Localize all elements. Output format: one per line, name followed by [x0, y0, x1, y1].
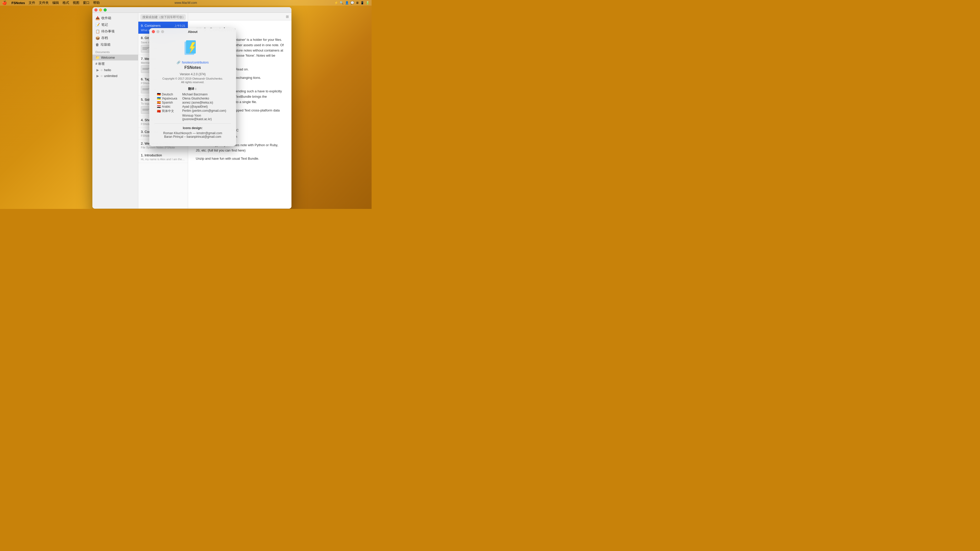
menubar-icon-user[interactable]: 👤 — [345, 1, 349, 5]
sidebar-label-welcome: Welcome — [101, 56, 115, 59]
menu-file[interactable]: 文件 — [29, 0, 35, 5]
sidebar-item-tags[interactable]: # 标签 — [92, 60, 138, 67]
translation-lang-empty — [157, 114, 177, 121]
sidebar-item-notes[interactable]: 📝 笔记 — [92, 21, 138, 28]
note-preview: Hi, my name is Alex and I am the author — [141, 158, 185, 161]
translation-person-arabic: Ayad (@ayad0net) — [182, 105, 228, 108]
sidebar-item-todo[interactable]: 📋 待办事项 — [92, 28, 138, 35]
note-meta: 9. Containers 上午3:21 — [141, 24, 185, 28]
window-minimize-button[interactable] — [99, 8, 102, 11]
about-version: Version 4.2.0 (374) — [154, 73, 231, 76]
translation-person-deutsch: Michael Barzmann — [182, 93, 228, 96]
apple-menu[interactable]: 🍎 — [2, 0, 7, 5]
about-max-button[interactable] — [161, 30, 164, 33]
sidebar-item-hello[interactable]: ▶ ○ hello — [92, 67, 138, 73]
window-close-button[interactable] — [94, 8, 97, 11]
about-translations-title: 翻译： — [154, 87, 231, 91]
about-copyright-2: All rights reserved. — [154, 81, 231, 84]
menubar-right-icons: ⚡ 🔍 👤 💬 🖥 📱 🔋 — [334, 0, 369, 6]
flag-eg: 🇪🇬 — [157, 105, 161, 108]
flag-de: 🇩🇪 — [157, 93, 161, 96]
sidebar-item-archive[interactable]: 📦 存档 — [92, 35, 138, 41]
window-titlebar — [92, 7, 291, 13]
sidebar-label-hello: hello — [104, 68, 111, 72]
flag-ua: 🇺🇦 — [157, 97, 161, 100]
sidebar-documents-section: Documents — [92, 48, 138, 55]
about-translations: 🇩🇪 Deutsch Michael Barzmann 🇺🇦 Українськ… — [157, 93, 228, 121]
flag-es: 🇪🇸 — [157, 101, 161, 104]
translation-person-cn: Pertim (pertim.com@gmail.com) — [182, 109, 228, 113]
app-name-menu[interactable]: FSNotes — [11, 1, 25, 5]
menu-edit[interactable]: 编辑 — [52, 0, 59, 5]
menubar-battery: 🔋 — [366, 1, 369, 5]
note-title: 9. Containers — [141, 24, 161, 27]
content-final-paragraph-2: Unzip and have fun with usual Text Bundl… — [196, 156, 284, 162]
about-icon-designer-1: Roman Kliuchkovych — kmstrr@gmail.com — [154, 131, 231, 135]
about-close-button[interactable] — [152, 30, 155, 33]
note-date: 上午3:21 — [174, 24, 185, 28]
about-app-name: FSNotes — [154, 65, 231, 70]
archive-icon: 📦 — [95, 36, 100, 40]
translation-person-spanish: aonez (aone@keka.io) — [182, 101, 228, 104]
menu-folder[interactable]: 文件夹 — [39, 0, 49, 5]
note-item[interactable]: 1. Introduction Hi, my name is Alex and … — [138, 151, 188, 163]
sidebar-label-archive: 存档 — [101, 36, 108, 40]
menu-help[interactable]: 帮助 — [93, 0, 100, 5]
about-icon-designer-2: Baran Pirinçal – baranpirincal@gmail.com — [154, 135, 231, 138]
folder-icon: 📁 — [95, 56, 100, 59]
menu-view[interactable]: 视图 — [73, 0, 80, 5]
menu-window[interactable]: 窗口 — [83, 0, 89, 5]
translation-lang-cn: 🇨🇳 简体中文 — [157, 109, 177, 113]
sidebar-item-trash[interactable]: 🗑 垃圾箱 — [92, 41, 138, 48]
translation-person-ua: Olena Glushchenko — [182, 97, 228, 100]
window-maximize-button[interactable] — [103, 8, 107, 11]
sidebar-label-unlimited: unlimited — [104, 74, 118, 78]
translation-lang-arabic: 🇪🇬 Arabic — [157, 105, 177, 108]
about-icons-title: Icons design: — [154, 126, 231, 130]
translation-person-wonsup: Wonsup Yoon (pusnow@kaist.ac.kr) — [182, 114, 228, 121]
website-label: www.MacW.com — [175, 1, 197, 5]
sidebar-label-inbox: 收件箱 — [101, 16, 111, 21]
menu-format[interactable]: 格式 — [62, 0, 69, 5]
toolbar-icon[interactable]: ⊞ — [286, 14, 289, 19]
todo-icon: 📋 — [95, 29, 100, 33]
trash-icon: 🗑 — [95, 43, 99, 47]
about-titlebar: About — [149, 28, 236, 35]
menubar: 🍎 FSNotes 文件 文件夹 编辑 格式 视图 窗口 帮助 www.MacW… — [0, 0, 372, 6]
sidebar-item-welcome[interactable]: 📁 Welcome — [92, 55, 138, 60]
about-copyright-1: Copyright © 2017-2019 Oleksandr Glushche… — [154, 77, 231, 80]
translation-lang-spanish: 🇪🇸 Spanish — [157, 101, 177, 104]
about-dialog: About 🔗 fsnotes/contributors FSNotes Ver… — [149, 28, 236, 146]
about-traffic-lights — [152, 30, 164, 33]
about-min-button[interactable] — [156, 30, 159, 33]
sidebar-label-trash: 垃圾箱 — [100, 42, 110, 47]
circle-icon: ○ — [100, 68, 103, 72]
sidebar-item-unlimited[interactable]: ▶ ○ unlimited — [92, 73, 138, 79]
menubar-icon-screen[interactable]: 🖥 — [356, 1, 359, 5]
menubar-icon-search[interactable]: 🔍 — [340, 1, 344, 5]
note-title: 1. Introduction — [141, 153, 185, 157]
flag-cn: 🇨🇳 — [157, 110, 161, 113]
inbox-icon: 📥 — [95, 16, 100, 20]
search-bar — [138, 13, 188, 22]
circle-icon2: ○ — [100, 74, 103, 78]
about-logo — [183, 38, 203, 58]
note-preview: File System Notes (FSNote — [141, 146, 185, 149]
sidebar-label-todo: 待办事项 — [101, 29, 115, 34]
about-body: 🔗 fsnotes/contributors FSNotes Version 4… — [149, 35, 236, 141]
menubar-icon-power[interactable]: ⚡ — [334, 1, 338, 5]
about-dialog-title: About — [188, 30, 197, 34]
tag-icon: # 标签 — [95, 62, 105, 66]
notes-icon: 📝 — [95, 23, 100, 27]
tree-expand-icon2: ▶ — [97, 74, 99, 78]
about-contributors-link[interactable]: 🔗 fsnotes/contributors — [154, 61, 231, 64]
sidebar-item-inbox[interactable]: 📥 收件箱 — [92, 15, 138, 21]
translation-lang-ua: 🇺🇦 Українська — [157, 97, 177, 100]
sidebar: 📥 收件箱 📝 笔记 📋 待办事项 📦 存档 🗑 垃圾箱 Documents — [92, 13, 138, 209]
sidebar-label-notes: 笔记 — [101, 22, 108, 27]
content-toolbar: ⊞ — [188, 13, 291, 21]
menubar-icon-msg[interactable]: 💬 — [350, 1, 354, 5]
translation-lang-deutsch: 🇩🇪 Deutsch — [157, 93, 177, 96]
menubar-icon-phone[interactable]: 📱 — [360, 1, 364, 5]
search-input[interactable] — [140, 14, 186, 20]
